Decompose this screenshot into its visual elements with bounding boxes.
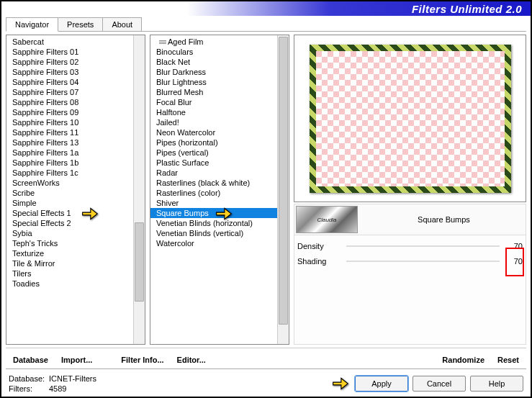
editor-button[interactable]: Editor... [171,353,212,367]
effect-list-item[interactable]: Blurred Mesh [150,87,277,97]
title-bar: Filters Unlimited 2.0 [1,1,531,16]
app-window: Filters Unlimited 2.0 Navigator Presets … [0,0,532,398]
params-area: Claudia Square Bumps Density70Shading70 [294,204,526,345]
effect-list-item[interactable]: Jailed! [150,117,277,127]
category-list[interactable]: SabercatSapphire Filters 01Sapphire Filt… [6,35,133,344]
category-list-item[interactable]: Sybia [6,228,133,238]
help-button[interactable]: Help [470,376,523,392]
effect-scroll-thumb[interactable] [279,37,288,325]
effect-list-item[interactable]: Venetian Blinds (vertical) [150,228,277,238]
category-list-item[interactable]: Tile & Mirror [6,258,133,268]
effect-list-item[interactable]: Blur Lightness [150,77,277,87]
preview-image [310,45,511,193]
effect-list-item[interactable]: Pipes (horizontal) [150,137,277,148]
filters-value: 4589 [49,384,66,394]
apply-button[interactable]: Apply [355,376,408,392]
category-list-item[interactable]: Sapphire Filters 1c [6,168,133,178]
category-list-item[interactable]: Sapphire Filters 03 [6,67,133,77]
param-label: Density [297,242,346,250]
category-list-item[interactable]: Sapphire Filters 04 [6,77,133,87]
grip-icon [159,40,166,44]
category-list-pane: SabercatSapphire Filters 01Sapphire Filt… [6,35,145,345]
effect-list-label: Aged Film [168,37,204,46]
category-list-item[interactable]: Scribe [6,188,133,198]
effect-list-item[interactable]: Venetian Blinds (horizontal) [150,218,277,228]
randomize-button[interactable]: Randomize [436,353,490,367]
tab-about[interactable]: About [102,17,142,31]
category-list-item[interactable]: Sapphire Filters 11 [6,127,133,137]
right-pane: Claudia Square Bumps Density70Shading70 [294,35,526,345]
category-list-item[interactable]: Simple [6,198,133,208]
effect-list-item[interactable]: Black Net [150,57,277,67]
param-slider[interactable] [346,256,500,266]
effect-list-item[interactable]: Watercolor [150,238,277,248]
param-sliders: Density70Shading70 [294,235,526,345]
param-value: 70 [505,257,523,266]
category-list-item[interactable]: Sapphire Filters 1b [6,158,133,168]
cancel-button[interactable]: Cancel [412,376,466,392]
db-label: Database: [9,374,49,384]
category-list-item[interactable]: ScreenWorks [6,178,133,188]
category-list-item[interactable]: Special Effects 2 [6,218,133,228]
category-list-item[interactable]: Sapphire Filters 09 [6,107,133,117]
param-slider[interactable] [346,241,500,251]
param-row: Shading70 [297,255,523,268]
category-list-item[interactable]: Sapphire Filters 02 [6,57,133,67]
db-value: ICNET-Filters [49,374,96,384]
category-list-item[interactable]: Toadies [6,279,133,289]
effect-list-item[interactable]: Halftone [150,107,277,117]
app-title: Filters Unlimited 2.0 [412,3,522,15]
author-thumbnail: Claudia [296,206,358,233]
effect-list-item[interactable]: Pipes (vertical) [150,148,277,158]
effect-list-item[interactable]: Aged Film [150,37,277,47]
filter-info-button[interactable]: Filter Info... [115,353,169,367]
tab-navigator[interactable]: Navigator [6,17,58,32]
tabs-row: Navigator Presets About [6,17,526,32]
effect-list-item[interactable]: Rasterlines (color) [150,188,277,198]
category-list-item[interactable]: Sapphire Filters 10 [6,117,133,127]
reset-button[interactable]: Reset [492,353,525,367]
category-list-item[interactable]: Tilers [6,268,133,279]
filters-label: Filters: [9,384,49,394]
effect-list-item[interactable]: Focal Blur [150,97,277,107]
category-scrollbar[interactable] [133,35,145,344]
effect-list-item[interactable]: Rasterlines (black & white) [150,178,277,188]
category-list-item[interactable]: Sapphire Filters 13 [6,137,133,148]
effect-list-item[interactable]: Square Bumps [150,208,277,218]
param-value: 70 [505,242,523,250]
database-button[interactable]: Database [7,353,54,367]
category-list-item[interactable]: Sapphire Filters 01 [6,47,133,57]
effect-list[interactable]: Aged FilmBinocularsBlack NetBlur Darknes… [150,35,277,344]
category-list-item[interactable]: Teph's Tricks [6,238,133,248]
category-list-item[interactable]: Special Effects 1 [6,208,133,218]
param-header: Claudia Square Bumps [294,204,526,235]
effect-name-header: Square Bumps [364,215,524,224]
effect-list-item[interactable]: Blur Darkness [150,67,277,77]
tab-presets[interactable]: Presets [58,17,103,31]
toolbar-buttons: Database Import... Filter Info... Editor… [6,348,526,368]
main-body: SabercatSapphire Filters 01Sapphire Filt… [6,35,526,345]
param-label: Shading [297,257,346,266]
status-row: Database: ICNET-Filters Filters: 4589 Ap… [6,368,526,397]
effect-list-item[interactable]: Radar [150,168,277,178]
category-list-item[interactable]: Sapphire Filters 07 [6,87,133,97]
category-list-item[interactable]: Sapphire Filters 08 [6,97,133,107]
author-thumb-label: Claudia [317,217,336,223]
effect-list-item[interactable]: Neon Watercolor [150,127,277,137]
category-scroll-thumb[interactable] [135,222,144,302]
import-button[interactable]: Import... [55,353,98,367]
param-row: Density70 [297,240,523,253]
category-list-item[interactable]: Sabercat [6,37,133,47]
preview-area [294,35,526,202]
effect-list-item[interactable]: Shiver [150,198,277,208]
category-list-item[interactable]: Sapphire Filters 1a [6,148,133,158]
category-list-item[interactable]: Texturize [6,248,133,258]
effect-list-item[interactable]: Binoculars [150,47,277,57]
dialog-buttons: Apply Cancel Help [355,376,523,392]
effect-list-pane: Aged FilmBinocularsBlack NetBlur Darknes… [150,35,289,345]
preview-image-border [310,45,511,193]
effect-list-item[interactable]: Plastic Surface [150,158,277,168]
effect-scrollbar[interactable] [277,35,289,344]
content-area: Navigator Presets About SabercatSapphire… [1,16,531,397]
status-texts: Database: ICNET-Filters Filters: 4589 [9,374,348,394]
